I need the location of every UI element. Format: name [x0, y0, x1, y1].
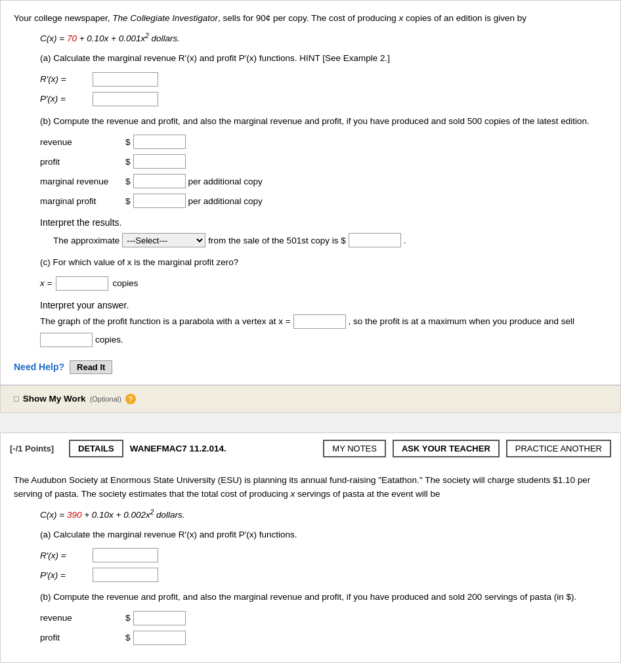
part-b-label: (b) Compute the revenue and profit, and …	[40, 114, 607, 129]
approximate-value-input[interactable]	[349, 233, 401, 247]
p2-part-b-label: (b) Compute the revenue and profit, and …	[40, 590, 607, 604]
p2-cost-formula: C(x) = 390 + 0.10x + 0.002x2 dollars.	[40, 508, 607, 520]
problem-code: WANEFMAC7 11.2.014.	[130, 444, 317, 453]
interpret-label: Interpret the results.	[40, 217, 607, 228]
show-my-work-section: □ Show My Work (Optional) ?	[0, 385, 621, 413]
optional-label: (Optional)	[90, 395, 121, 403]
cost-formula: C(x) = 70 + 0.10x + 0.001x2 dollars.	[40, 32, 607, 44]
x-eq-label: x =	[40, 278, 52, 288]
read-it-button[interactable]: Read It	[70, 360, 112, 374]
problem-2-intro: The Audubon Society at Enormous State Un…	[14, 473, 607, 501]
p2-revenue-row: revenue $	[40, 611, 607, 625]
vertex-x-input[interactable]	[293, 314, 346, 329]
revenue-input[interactable]	[133, 135, 186, 149]
copies-input[interactable]	[40, 333, 93, 347]
p2-profit-label: profit	[40, 633, 125, 642]
p2-profit-input[interactable]	[133, 631, 186, 645]
need-help-label: Need Help?	[14, 362, 64, 372]
p2-part-b: (b) Compute the revenue and profit, and …	[40, 590, 607, 645]
points-label: [-/1 Points]	[10, 444, 62, 453]
p2-px-input[interactable]	[93, 568, 158, 582]
marginal-revenue-label: marginal revenue	[40, 177, 125, 186]
rx-label: R′(x) =	[40, 74, 93, 84]
p2-rx-row: R′(x) =	[40, 548, 607, 562]
marginal-revenue-input[interactable]	[133, 174, 186, 188]
p2-rx-input[interactable]	[93, 548, 158, 562]
interpret-answer-label: Interpret your answer.	[40, 300, 607, 310]
x-row: x = copies	[40, 276, 607, 291]
details-button[interactable]: DETAILS	[69, 440, 123, 457]
p2-part-a-label: (a) Calculate the marginal revenue R′(x)…	[40, 528, 607, 542]
p2-profit-dollar: $	[125, 633, 131, 642]
my-notes-button[interactable]: MY NOTES	[323, 440, 386, 457]
marginal-profit-dollar: $	[125, 196, 131, 206]
show-my-work-label: Show My Work	[23, 394, 86, 404]
revenue-row: revenue $	[40, 135, 607, 149]
profit-input[interactable]	[133, 154, 186, 169]
per-additional-copy-2: per additional copy	[188, 196, 263, 206]
vertex-row: The graph of the profit function is a pa…	[40, 314, 607, 329]
profit-label: profit	[40, 157, 125, 167]
interpret-select[interactable]: ---Select--- revenue profit marginal rev…	[122, 233, 205, 247]
part-a: (a) Calculate the marginal revenue R′(x)…	[40, 51, 607, 106]
px-input[interactable]	[93, 92, 158, 106]
expand-icon[interactable]: □	[14, 394, 19, 404]
copies-row: copies.	[40, 333, 607, 347]
marginal-revenue-dollar: $	[125, 177, 131, 186]
p2-revenue-dollar: $	[125, 613, 131, 623]
need-help-section: Need Help? Read It	[14, 360, 607, 374]
p2-px-row: P′(x) =	[40, 568, 607, 582]
p2-revenue-input[interactable]	[133, 611, 186, 625]
problem-1-intro: Your college newspaper, The Collegiate I…	[14, 11, 607, 26]
part-c-label: (c) For which value of x is the marginal…	[40, 255, 607, 270]
per-additional-copy-1: per additional copy	[188, 177, 263, 186]
copies-label-1: copies	[112, 278, 138, 288]
profit-row: profit $	[40, 154, 607, 169]
px-row: P′(x) =	[40, 92, 607, 106]
marginal-profit-input[interactable]	[133, 194, 186, 208]
px-label: P′(x) =	[40, 94, 93, 104]
profit-dollar: $	[125, 157, 131, 167]
p2-part-a: (a) Calculate the marginal revenue R′(x)…	[40, 528, 607, 583]
part-b: (b) Compute the revenue and profit, and …	[40, 114, 607, 248]
practice-another-button[interactable]: PRACTICE ANOTHER	[506, 440, 611, 457]
marginal-profit-label: marginal profit	[40, 196, 125, 206]
revenue-label: revenue	[40, 137, 125, 147]
part-c: (c) For which value of x is the marginal…	[40, 255, 607, 347]
help-icon[interactable]: ?	[125, 394, 136, 404]
ask-teacher-button[interactable]: ASK YOUR TEACHER	[393, 440, 500, 457]
marginal-profit-row: marginal profit $ per additional copy	[40, 194, 607, 208]
interpret-row: The approximate ---Select--- revenue pro…	[53, 233, 607, 247]
marginal-revenue-row: marginal revenue $ per additional copy	[40, 174, 607, 188]
rx-row: R′(x) =	[40, 72, 607, 87]
p2-rx-label: R′(x) =	[40, 551, 93, 560]
p2-revenue-label: revenue	[40, 613, 125, 623]
problem-2-header: [-/1 Points] DETAILS WANEFMAC7 11.2.014.…	[0, 432, 621, 464]
x-input[interactable]	[56, 276, 108, 291]
rx-input[interactable]	[93, 72, 158, 87]
problem-2-section: The Audubon Society at Enormous State Un…	[0, 464, 621, 663]
part-a-label: (a) Calculate the marginal revenue R′(x)…	[40, 51, 607, 66]
revenue-dollar: $	[125, 137, 131, 147]
p2-px-label: P′(x) =	[40, 570, 93, 580]
problem-gap	[0, 413, 621, 432]
p2-profit-row: profit $	[40, 631, 607, 645]
problem-1-section: Your college newspaper, The Collegiate I…	[0, 0, 621, 385]
